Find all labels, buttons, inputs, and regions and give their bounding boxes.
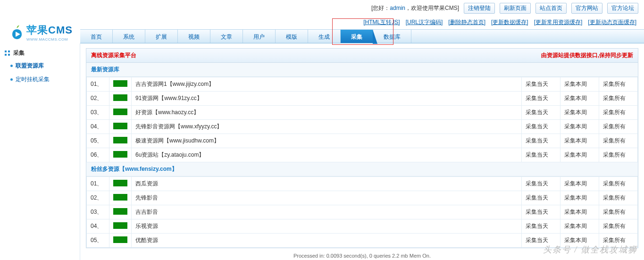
nav-文章[interactable]: 文章	[210, 30, 243, 43]
row-number: 01、	[87, 177, 109, 191]
collect-week-link[interactable]: 采集本周	[564, 95, 587, 101]
sidebar-item-联盟资源库[interactable]: 联盟资源库	[0, 59, 80, 73]
row-badge	[109, 205, 132, 219]
nav-视频[interactable]: 视频	[178, 30, 210, 43]
resource-name[interactable]: 乐视资源	[132, 219, 522, 234]
nav-用户[interactable]: 用户	[243, 30, 276, 43]
nav-首页[interactable]: 首页	[80, 30, 113, 43]
resource-name[interactable]: 先锋影音	[132, 191, 522, 205]
official-site-button[interactable]: 官方网站	[571, 3, 602, 14]
url-encode-link[interactable]: [URL汉字编码]	[406, 18, 443, 26]
welcome-prefix: [您好：	[371, 5, 390, 11]
collect-all-link[interactable]: 采集所有	[603, 237, 626, 243]
apple-icon	[9, 25, 25, 40]
collect-today-link[interactable]: 采集当天	[526, 123, 548, 130]
resource-name[interactable]: 吉吉资源网1【www.jijizy.com】	[132, 77, 522, 92]
collect-all-link[interactable]: 采集所有	[603, 223, 626, 229]
logout-button[interactable]: 注销登陆	[464, 3, 495, 14]
table-row: 01、西瓜资源采集当天采集本周采集所有	[87, 177, 638, 191]
collect-today-link[interactable]: 采集当天	[526, 81, 548, 87]
resource-name[interactable]: 先锋影音资源网【www.xfyyzy.cc】	[132, 120, 522, 134]
collect-all-link[interactable]: 采集所有	[603, 95, 626, 101]
svg-rect-4	[8, 54, 10, 56]
nav-采集[interactable]: 采集	[341, 30, 373, 43]
row-number: 03、	[87, 106, 109, 120]
html-to-js-link[interactable]: [HTML互转JS]	[363, 18, 400, 26]
collect-today-link[interactable]: 采集当天	[526, 137, 548, 144]
collect-week-link[interactable]: 采集本周	[564, 137, 587, 144]
collect-today-link[interactable]: 采集当天	[526, 95, 548, 101]
update-data-cache-link[interactable]: [更新数据缓存]	[491, 18, 528, 26]
table-fensi: 01、西瓜资源采集当天采集本周采集所有02、先锋影音采集当天采集本周采集所有03…	[86, 176, 638, 248]
status-badge-icon	[113, 236, 127, 243]
sidebar-item-label: 联盟资源库	[16, 62, 44, 70]
nav-模版[interactable]: 模版	[276, 30, 308, 43]
section-latest-title: 最新资源库	[86, 63, 638, 77]
site-home-button[interactable]: 站点首页	[535, 3, 567, 14]
row-badge	[109, 134, 132, 148]
collect-week-link[interactable]: 采集本周	[564, 109, 587, 116]
status-badge-icon	[113, 194, 127, 201]
nav-数据库[interactable]: 数据库	[373, 30, 411, 43]
svg-rect-3	[5, 54, 7, 56]
update-resource-cache-link[interactable]: [更新常用资源缓存]	[534, 18, 583, 26]
status-badge-icon	[113, 80, 127, 87]
collect-all-link[interactable]: 采集所有	[603, 123, 626, 130]
collect-week-link[interactable]: 采集本周	[564, 223, 587, 229]
section1-title: 最新资源库	[91, 66, 119, 73]
refresh-button[interactable]: 刷新页面	[500, 3, 531, 14]
resource-name[interactable]: 吉吉影音	[132, 205, 522, 219]
collect-today-link[interactable]: 采集当天	[526, 180, 548, 187]
update-dynamic-cache-link[interactable]: [更新动态页面缓存]	[588, 18, 636, 26]
official-forum-button[interactable]: 官方论坛	[607, 3, 638, 14]
panel-title-right: 由资源站提供数据接口,保持同步更新	[541, 51, 633, 59]
collect-week-link[interactable]: 采集本周	[564, 237, 587, 243]
collect-today-link[interactable]: 采集当天	[526, 223, 548, 229]
row-badge	[109, 148, 132, 162]
collect-week-link[interactable]: 采集本周	[564, 180, 587, 187]
sidebar-item-定时挂机采集[interactable]: 定时挂机采集	[0, 73, 80, 86]
table-row: 02、91资源网【www.91zy.cc】采集当天采集本周采集所有	[87, 92, 638, 106]
table-row: 03、好资源【www.haozy.cc】采集当天采集本周采集所有	[87, 106, 638, 120]
header-row: 苹果CMS WWW.MACCMS.COM [HTML互转JS] [URL汉字编码…	[0, 17, 644, 43]
collect-today-link[interactable]: 采集当天	[526, 151, 548, 158]
collect-all-link[interactable]: 采集所有	[603, 137, 626, 144]
collect-all-link[interactable]: 采集所有	[603, 180, 626, 187]
nav-系统[interactable]: 系统	[113, 30, 145, 43]
logo-text: 苹果CMS	[26, 23, 73, 37]
collect-today-link[interactable]: 采集当天	[526, 109, 548, 116]
collect-today-link[interactable]: 采集当天	[526, 237, 548, 243]
collect-week-link[interactable]: 采集本周	[564, 151, 587, 158]
delete-static-link[interactable]: [删除静态首页]	[448, 18, 485, 26]
row-badge	[109, 219, 132, 234]
status-badge-icon	[113, 222, 127, 229]
collect-today-link[interactable]: 采集当天	[526, 209, 548, 215]
footer-text: Processed in: 0.0093 second(s), 0 querie…	[86, 248, 638, 260]
status-badge-icon	[113, 109, 127, 115]
collect-all-link[interactable]: 采集所有	[603, 151, 626, 158]
row-number: 03、	[87, 205, 109, 219]
resource-name[interactable]: 6u资源站【zy.ataoju.com】	[132, 148, 522, 162]
collect-all-link[interactable]: 采集所有	[603, 109, 626, 116]
collect-today-link[interactable]: 采集当天	[526, 194, 548, 201]
resource-name[interactable]: 优酷资源	[132, 234, 522, 248]
collect-week-link[interactable]: 采集本周	[564, 194, 587, 201]
resource-name[interactable]: 好资源【www.haozy.cc】	[132, 106, 522, 120]
section2-link[interactable]: 【www.fensizy.com】	[119, 166, 177, 172]
logo[interactable]: 苹果CMS WWW.MACCMS.COM	[0, 19, 80, 43]
collect-week-link[interactable]: 采集本周	[564, 81, 587, 87]
table-latest: 01、吉吉资源网1【www.jijizy.com】采集当天采集本周采集所有02、…	[86, 77, 638, 162]
svg-rect-1	[5, 50, 7, 52]
status-badge-icon	[113, 94, 127, 101]
collect-all-link[interactable]: 采集所有	[603, 194, 626, 201]
resource-name[interactable]: 91资源网【www.91zy.cc】	[132, 92, 522, 106]
resource-name[interactable]: 极速资源网【www.jisudhw.com】	[132, 134, 522, 148]
collect-week-link[interactable]: 采集本周	[564, 123, 587, 130]
collect-week-link[interactable]: 采集本周	[564, 209, 587, 215]
nav-生成[interactable]: 生成	[308, 30, 341, 43]
resource-name[interactable]: 西瓜资源	[132, 177, 522, 191]
row-badge	[109, 106, 132, 120]
nav-扩展[interactable]: 扩展	[145, 30, 178, 43]
collect-all-link[interactable]: 采集所有	[603, 209, 626, 215]
collect-all-link[interactable]: 采集所有	[603, 81, 626, 87]
